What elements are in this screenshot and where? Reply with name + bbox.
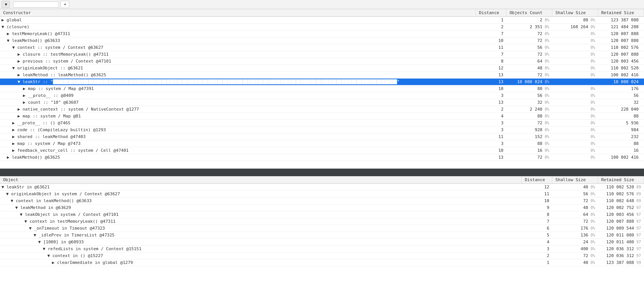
retained-pct xyxy=(639,155,641,159)
shallow-cell-b: 24 0% xyxy=(552,239,598,245)
table-row[interactable]: ▼ leakMethod() @63633 10 72 0% 0% 120 00… xyxy=(0,37,644,44)
retained-pct xyxy=(639,114,641,118)
summary-button[interactable]: ▾ xyxy=(2,1,10,8)
col-shallow-b: Shallow Size xyxy=(552,176,598,183)
table-row[interactable]: ▼ leakStr :: "██████████████████████████… xyxy=(0,79,644,85)
table-row[interactable]: ▼ originLeakObject :: @63621 12 48 0% 0%… xyxy=(0,65,644,72)
shallow-cell: 0% xyxy=(552,154,598,161)
top-panel: Constructor Distance Objects Count Shall… xyxy=(0,9,644,169)
shallow-cell: 0% xyxy=(552,31,598,37)
table-row[interactable]: ▶ previous :: system / Context @47101 8 … xyxy=(0,58,644,65)
table-row[interactable]: ▼ _idlePrev in TimersList @47325 5 136 0… xyxy=(0,232,644,239)
objects-pct: 8% xyxy=(542,80,549,84)
distance-cell: 10 xyxy=(476,85,506,92)
shallow-cell: 0% xyxy=(552,85,598,92)
retained-cell-b: 110 002 520 89 xyxy=(598,184,644,190)
objects-count-cell: 88 0% xyxy=(506,85,552,92)
objects-pct: 0% xyxy=(542,148,549,153)
retained-pct xyxy=(639,100,641,105)
table-row[interactable]: ▶ global 1 2 0% 80 0% 123 387 088 xyxy=(0,17,644,24)
shallow-cell: 0% xyxy=(552,72,598,78)
retained-pct xyxy=(639,142,641,146)
shallow-cell-b: 176 0% xyxy=(552,225,598,232)
table-row[interactable]: ▼ _onTimeout in Timeout @47323 6 176 0% … xyxy=(0,225,644,232)
distance-cell-b: 10 xyxy=(522,198,552,204)
objects-pct: 0% xyxy=(542,128,549,132)
table-row[interactable]: ▼ refedLists in system / Context @15151 … xyxy=(0,246,644,252)
table-row[interactable]: ▼ [1000] in @60933 4 24 0% 120 011 480 9… xyxy=(0,239,644,246)
toolbar: ▾ ▾ xyxy=(0,0,644,9)
table-row[interactable]: ▶ testMemoryLeak() @47311 7 72 0% 0% 120… xyxy=(0,31,644,37)
shallow-pct-b: 0% xyxy=(588,219,595,224)
table-row[interactable]: ▶ count :: "10" @63607 13 32 0% 0% 32 xyxy=(0,99,644,106)
retained-cell-b: 123 387 088 99 xyxy=(598,259,644,266)
retained-cell: 176 xyxy=(598,85,644,92)
distance-cell: 13 xyxy=(476,79,506,85)
distance-cell: 13 xyxy=(476,154,506,161)
table-row[interactable]: ▶ shared :: leakMethod @47403 11 152 0% … xyxy=(0,133,644,140)
table-row[interactable]: ▶ __proto__ :: () @7465 3 72 0% 0% 5 936 xyxy=(0,120,644,127)
table-row[interactable]: ▼ (closure) 2 2 351 8% 168 264 0% 121 48… xyxy=(0,24,644,31)
class-filter-input[interactable] xyxy=(13,2,59,8)
distance-cell: 3 xyxy=(476,92,506,99)
table-row[interactable]: ▼ leakStr in @63621 12 48 0% 110 002 520… xyxy=(0,184,644,191)
objects-count-cell: 2 240 0% xyxy=(506,106,552,113)
table-row[interactable]: ▼ context in () @15227 2 72 0% 120 036 3… xyxy=(0,252,644,259)
objects-pct: 0% xyxy=(542,121,549,125)
table-row[interactable]: ▶ map :: system / Map @81 4 88 0% 0% 88 xyxy=(0,113,644,120)
table-row[interactable]: ▶ clearImmediate in global @1279 1 40 0%… xyxy=(0,259,644,266)
table-row[interactable]: ▶ feedback_vector_cell :: system / Cell … xyxy=(0,147,644,154)
objects-pct: 0% xyxy=(542,100,549,105)
distance-cell: 2 xyxy=(476,24,506,30)
table-row[interactable]: ▼ leakMethod in @63629 9 48 0% 120 002 7… xyxy=(0,204,644,211)
distance-cell-b: 1 xyxy=(522,259,552,266)
object-cell: ▼ context in testMemoryLeak() @47311 xyxy=(0,218,522,225)
object-cell: ▼ refedLists in system / Context @15151 xyxy=(0,246,522,252)
objects-count-cell: 928 0% xyxy=(506,127,552,133)
table-row[interactable]: ▼ context in testMemoryLeak() @47311 7 7… xyxy=(0,218,644,225)
constructor-cell: ▶ global xyxy=(0,17,476,23)
table-row[interactable]: ▶ closure :: testMemoryLeak() @47311 7 7… xyxy=(0,51,644,58)
table-row[interactable]: ▼ originLeakObject in system / Context @… xyxy=(0,191,644,198)
table-row[interactable]: ▼ leakObject in system / Context @47101 … xyxy=(0,211,644,218)
object-cell: ▶ clearImmediate in global @1279 xyxy=(0,259,522,266)
shallow-pct-b: 0% xyxy=(588,199,595,203)
col-retained-b: Retained Size xyxy=(598,176,644,183)
constructor-cell: ▼ originLeakObject :: @63621 xyxy=(0,65,476,71)
retained-pct-b: 97 xyxy=(634,226,641,230)
retained-cell: 232 xyxy=(598,133,644,140)
table-row[interactable]: ▶ leakMethod :: leakMethod() @63625 13 7… xyxy=(0,72,644,79)
retained-pct xyxy=(639,107,641,111)
table-row[interactable]: ▶ __proto__ :: @8409 3 56 0% 0% 56 xyxy=(0,92,644,99)
distance-cell: 11 xyxy=(476,44,506,51)
shallow-pct: 0% xyxy=(588,107,595,111)
table-row[interactable]: ▶ leakMethod() @63625 13 72 0% 0% 100 00… xyxy=(0,154,644,161)
retained-cell: 120 007 888 xyxy=(598,37,644,44)
distance-cell-b: 12 xyxy=(522,184,552,190)
table-row[interactable]: ▶ map :: system / Map @47391 10 88 0% 0%… xyxy=(0,85,644,92)
shallow-pct: 0% xyxy=(588,114,595,118)
table-row[interactable]: ▼ context :: system / Context @63627 11 … xyxy=(0,44,644,51)
shallow-pct: 0% xyxy=(588,142,595,146)
table-row[interactable]: ▶ native_context :: system / NativeConte… xyxy=(0,106,644,113)
retained-pct xyxy=(639,52,641,56)
table-row[interactable]: ▼ context in leakMethod() @63633 10 72 0… xyxy=(0,198,644,204)
constructor-cell: ▼ context :: system / Context @63627 xyxy=(0,44,476,51)
objects-pct: 0% xyxy=(542,107,549,111)
retained-pct xyxy=(639,45,641,50)
objects-count-cell: 56 0% xyxy=(506,44,552,51)
table-row[interactable]: ▶ map :: system / Map @7473 3 88 0% 0% 8… xyxy=(0,140,644,147)
constructor-cell: ▼ leakMethod() @63633 xyxy=(0,37,476,44)
object-cell: ▼ context in () @15227 xyxy=(0,252,522,259)
constructor-cell: ▶ native_context :: system / NativeConte… xyxy=(0,106,476,113)
retained-pct xyxy=(639,87,641,91)
retained-pct-b: 97 xyxy=(634,206,641,210)
shallow-cell: 0% xyxy=(552,140,598,147)
retained-pct xyxy=(639,66,641,70)
all-objects-dropdown[interactable]: ▾ xyxy=(60,1,69,8)
col-retained-size: Retained Size xyxy=(598,9,644,16)
table-row[interactable]: ▶ code :: (CompileLazy builtin) @1293 3 … xyxy=(0,127,644,133)
retained-cell-b: 120 003 456 97 xyxy=(598,211,644,218)
constructor-cell: ▶ closure :: testMemoryLeak() @47311 xyxy=(0,51,476,58)
shallow-pct xyxy=(593,80,595,84)
